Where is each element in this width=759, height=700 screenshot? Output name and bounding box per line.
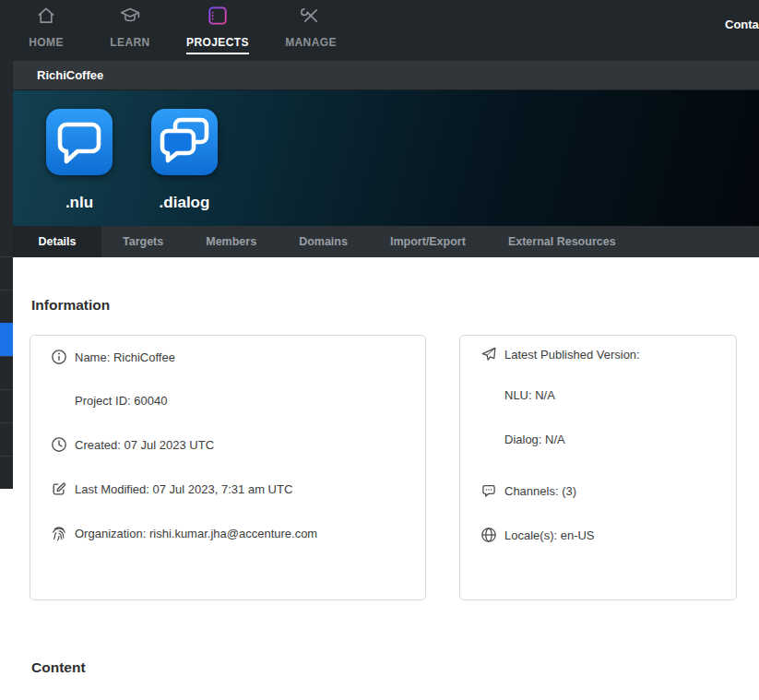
info-row-project-id: Project ID: 60040 [30,378,425,422]
tab-domains[interactable]: Domains [278,226,369,257]
latest-published-label: Latest Published Version: [504,348,640,362]
project-id-value: Project ID: 60040 [75,394,167,408]
nav-item-manage[interactable]: MANAGE [270,5,351,50]
chat-bubble-icon [480,482,497,499]
nlu-app-label[interactable]: .nlu [46,194,113,212]
home-icon [6,5,87,33]
sidebar-item[interactable] [0,389,13,422]
published-version-card: Latest Published Version: NLU: N/A Dialo… [459,335,737,600]
channels-value: Channels: (3) [504,484,576,498]
dialog-app-tile[interactable] [151,109,218,175]
clock-icon [51,436,67,453]
nav-label-home: HOME [29,36,64,49]
dialog-version-value: Dialog: N/A [504,433,565,446]
publish-row-header: Latest Published Version: [460,336,736,373]
project-title-bar: RichiCoffee [13,61,759,90]
nav-label-learn: LEARN [110,36,149,49]
tab-external-resources[interactable]: External Resources [487,226,637,257]
nav-label-projects: PROJECTS [186,36,249,54]
content-heading: Content [31,659,86,676]
info-row-name: Name: RichiCoffee [30,336,425,378]
dialog-app-label[interactable]: .dialog [151,194,218,212]
spacer-icon [480,431,497,447]
edit-icon [51,481,67,497]
info-row-created: Created: 07 Jul 2023 UTC [30,422,425,467]
tab-details[interactable]: Details [13,226,101,257]
sidebar-item[interactable] [0,356,13,389]
sidebar-item-active[interactable] [0,323,13,356]
spacer-icon [51,392,67,409]
created-value: Created: 07 Jul 2023 UTC [75,438,214,452]
info-icon [51,349,67,365]
sidebar-item[interactable] [0,422,13,456]
tools-icon [270,5,351,33]
nlu-app-tile[interactable] [46,109,113,175]
project-title: RichiCoffee [37,68,103,82]
info-row-last-modified: Last Modified: 07 Jul 2023, 7:31 am UTC [30,467,425,511]
tab-targets[interactable]: Targets [101,226,184,257]
chat-bubble-icon [46,162,113,178]
project-name-value: Name: RichiCoffee [75,350,175,364]
publish-row-channels: Channels: (3) [460,469,736,513]
graduation-cap-icon [89,5,171,33]
spacer [460,461,736,469]
nav-label-manage: MANAGE [285,36,337,49]
fingerprint-icon [51,525,67,541]
publish-row-nlu: NLU: N/A [460,373,736,417]
locales-value: Locale(s): en-US [504,528,595,542]
organization-value: Organization: rishi.kumar.jha@accenture.… [75,527,317,540]
nav-item-home[interactable]: HOME [6,5,87,50]
info-row-organization: Organization: rishi.kumar.jha@accenture.… [30,511,425,555]
nav-item-projects[interactable]: PROJECTS [177,5,258,54]
sidebar-item[interactable] [0,290,13,323]
last-modified-value: Last Modified: 07 Jul 2023, 7:31 am UTC [75,482,292,496]
tab-import-export[interactable]: Import/Export [369,226,487,257]
sidebar-item[interactable] [0,256,13,290]
nlu-version-value: NLU: N/A [504,388,555,402]
collapsed-sidebar [0,61,13,489]
publish-row-locales: Locale(s): en-US [460,513,736,557]
nav-item-learn[interactable]: LEARN [89,5,171,50]
projects-list-icon [177,5,258,33]
send-icon [480,346,497,362]
sidebar-item[interactable] [0,456,13,489]
globe-icon [480,527,497,543]
project-info-card: Name: RichiCoffee Project ID: 60040 Crea… [30,335,426,600]
spacer-icon [480,386,497,403]
double-chat-bubble-icon [151,162,218,178]
project-hero: .nlu .dialog [13,90,759,226]
information-heading: Information [31,297,110,314]
contact-link[interactable]: Conta [725,18,759,31]
top-nav: HOME LEARN PROJECTS MANAGE Conta [0,0,759,61]
publish-row-dialog: Dialog: N/A [460,417,736,461]
tab-members[interactable]: Members [184,226,278,257]
project-tab-bar: Details Targets Members Domains Import/E… [13,226,759,257]
